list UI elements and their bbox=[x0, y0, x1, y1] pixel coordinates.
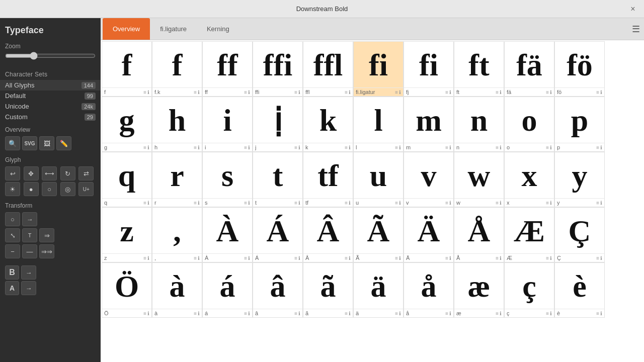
glyph-info-icon-18[interactable]: ℹ bbox=[550, 145, 552, 150]
glyph-info-icon-29[interactable]: ℹ bbox=[600, 200, 602, 206]
glyph-list-icon-44[interactable]: ≡ bbox=[345, 311, 348, 316]
glyph-list-icon-11[interactable]: ≡ bbox=[194, 145, 197, 150]
glyph-cell-4[interactable]: fflffl≡ℹ bbox=[303, 41, 353, 97]
glyph-cell-30[interactable]: zz≡ℹ bbox=[102, 207, 152, 262]
glyph-cell-29[interactable]: yy≡ℹ bbox=[554, 152, 605, 207]
glyph-info-icon-34[interactable]: ℹ bbox=[349, 255, 351, 261]
glyph-cell-21[interactable]: rr≡ℹ bbox=[152, 152, 202, 207]
glyph-info-icon-36[interactable]: ℹ bbox=[449, 255, 451, 261]
glyph-info-icon-46[interactable]: ℹ bbox=[449, 311, 451, 316]
glyph-list-icon-10[interactable]: ≡ bbox=[143, 145, 146, 150]
glyph-list-icon-41[interactable]: ≡ bbox=[194, 311, 197, 316]
glyph-cell-32[interactable]: ÀÀ≡ℹ bbox=[202, 207, 253, 262]
circle-small-btn[interactable]: ○ bbox=[5, 212, 20, 226]
glyph-cell-45[interactable]: ää≡ℹ bbox=[353, 262, 404, 318]
glyph-list-icon-13[interactable]: ≡ bbox=[294, 145, 297, 150]
glyph-info-icon-41[interactable]: ℹ bbox=[198, 311, 200, 316]
char-set-item-custom[interactable]: Custom29 bbox=[0, 112, 101, 122]
glyph-info-icon-27[interactable]: ℹ bbox=[500, 200, 502, 206]
glyph-info-icon-26[interactable]: ℹ bbox=[449, 200, 451, 206]
glyph-list-icon-31[interactable]: ≡ bbox=[194, 255, 197, 261]
connect-icon-btn[interactable]: ⟷ bbox=[42, 166, 57, 180]
glyph-list-icon-0[interactable]: ≡ bbox=[143, 89, 146, 95]
glyph-info-icon-3[interactable]: ℹ bbox=[298, 89, 300, 95]
dash-btn[interactable]: — bbox=[22, 244, 37, 258]
glyph-cell-5[interactable]: fifi.ligatur≡ℹ bbox=[353, 41, 404, 97]
glyph-list-icon-20[interactable]: ≡ bbox=[143, 200, 146, 206]
glyph-cell-11[interactable]: hh≡ℹ bbox=[152, 97, 202, 152]
arrow-right-btn[interactable]: → bbox=[22, 212, 37, 226]
glyph-list-icon-37[interactable]: ≡ bbox=[496, 255, 499, 261]
glyph-info-icon-28[interactable]: ℹ bbox=[550, 200, 552, 206]
glyph-list-icon-19[interactable]: ≡ bbox=[596, 145, 599, 150]
glyph-cell-28[interactable]: xx≡ℹ bbox=[504, 152, 554, 207]
glyph-list-icon-49[interactable]: ≡ bbox=[596, 311, 599, 316]
arrows-btn[interactable]: ⇒ bbox=[39, 228, 54, 242]
glyph-list-icon-38[interactable]: ≡ bbox=[546, 255, 549, 261]
glyph-list-icon-30[interactable]: ≡ bbox=[143, 255, 146, 261]
type-btn[interactable]: A bbox=[5, 281, 19, 295]
tab-kerning[interactable]: Kerning bbox=[197, 18, 239, 40]
glyph-info-icon-38[interactable]: ℹ bbox=[550, 255, 552, 261]
glyph-cell-12[interactable]: ii≡ℹ bbox=[202, 97, 253, 152]
glyph-list-icon-7[interactable]: ≡ bbox=[496, 89, 499, 95]
glyph-cell-43[interactable]: ââ≡ℹ bbox=[253, 262, 303, 318]
glyph-info-icon-20[interactable]: ℹ bbox=[147, 200, 149, 206]
glyph-info-icon-24[interactable]: ℹ bbox=[349, 200, 351, 206]
glyph-cell-38[interactable]: ÆÆ≡ℹ bbox=[504, 207, 554, 262]
glyph-list-icon-16[interactable]: ≡ bbox=[445, 145, 448, 150]
glyph-list-icon-46[interactable]: ≡ bbox=[445, 311, 448, 316]
glyph-cell-13[interactable]: ịj≡ℹ bbox=[253, 97, 303, 152]
glyph-info-icon-4[interactable]: ℹ bbox=[349, 89, 351, 95]
glyph-cell-25[interactable]: uu≡ℹ bbox=[353, 152, 404, 207]
glyph-info-icon-43[interactable]: ℹ bbox=[298, 311, 300, 316]
search-icon-btn[interactable]: 🔍 bbox=[5, 136, 20, 150]
char-set-item-unicode[interactable]: Unicode24k bbox=[0, 101, 101, 112]
glyph-info-icon-37[interactable]: ℹ bbox=[500, 255, 502, 261]
glyph-info-icon-10[interactable]: ℹ bbox=[147, 145, 149, 150]
tabs-menu-icon[interactable]: ☰ bbox=[632, 24, 640, 35]
glyph-cell-34[interactable]: ÂÂ≡ℹ bbox=[303, 207, 353, 262]
glyph-cell-6[interactable]: fifj≡ℹ bbox=[404, 41, 454, 97]
glyph-list-icon-9[interactable]: ≡ bbox=[596, 89, 599, 95]
glyph-cell-40[interactable]: ÖÖ≡ℹ bbox=[102, 262, 152, 318]
glyph-cell-10[interactable]: gg≡ℹ bbox=[102, 97, 152, 152]
glyph-cell-26[interactable]: vv≡ℹ bbox=[404, 152, 454, 207]
circle-dot-btn[interactable]: ◎ bbox=[60, 182, 75, 196]
glyph-info-icon-21[interactable]: ℹ bbox=[198, 200, 200, 206]
glyph-cell-17[interactable]: nn≡ℹ bbox=[454, 97, 504, 152]
glyph-list-icon-2[interactable]: ≡ bbox=[244, 89, 247, 95]
unicode-btn[interactable]: U+ bbox=[78, 182, 94, 196]
glyph-info-icon-9[interactable]: ℹ bbox=[600, 89, 602, 95]
glyph-info-icon-40[interactable]: ℹ bbox=[147, 311, 149, 316]
glyph-list-icon-6[interactable]: ≡ bbox=[445, 89, 448, 95]
glyph-cell-31[interactable]: ,,≡ℹ bbox=[152, 207, 202, 262]
glyph-list-icon-3[interactable]: ≡ bbox=[294, 89, 297, 95]
glyph-info-icon-35[interactable]: ℹ bbox=[399, 255, 401, 261]
glyph-cell-7[interactable]: ftft≡ℹ bbox=[454, 41, 504, 97]
glyph-info-icon-44[interactable]: ℹ bbox=[349, 311, 351, 316]
glyph-info-icon-11[interactable]: ℹ bbox=[198, 145, 200, 150]
glyph-info-icon-23[interactable]: ℹ bbox=[298, 200, 300, 206]
glyph-cell-19[interactable]: pp≡ℹ bbox=[554, 97, 605, 152]
glyph-info-icon-33[interactable]: ℹ bbox=[298, 255, 300, 261]
glyph-info-icon-45[interactable]: ℹ bbox=[399, 311, 401, 316]
zoom-slider[interactable] bbox=[5, 52, 96, 60]
glyph-list-icon-45[interactable]: ≡ bbox=[395, 311, 398, 316]
glyph-list-icon-27[interactable]: ≡ bbox=[496, 200, 499, 206]
glyph-list-icon-32[interactable]: ≡ bbox=[244, 255, 247, 261]
glyph-info-icon-48[interactable]: ℹ bbox=[550, 311, 552, 316]
glyph-cell-48[interactable]: çç≡ℹ bbox=[504, 262, 554, 318]
glyph-cell-41[interactable]: àà≡ℹ bbox=[152, 262, 202, 318]
glyph-cell-39[interactable]: ÇÇ≡ℹ bbox=[554, 207, 605, 262]
glyph-list-icon-18[interactable]: ≡ bbox=[546, 145, 549, 150]
svg-icon-btn[interactable]: SVG bbox=[22, 136, 37, 150]
glyph-info-icon-15[interactable]: ℹ bbox=[399, 145, 401, 150]
glyph-info-icon-16[interactable]: ℹ bbox=[449, 145, 451, 150]
glyph-list-icon-8[interactable]: ≡ bbox=[546, 89, 549, 95]
glyph-cell-18[interactable]: oo≡ℹ bbox=[504, 97, 554, 152]
circle-btn[interactable]: ○ bbox=[42, 182, 57, 196]
glyph-list-icon-17[interactable]: ≡ bbox=[496, 145, 499, 150]
glyph-cell-35[interactable]: ÃÃ≡ℹ bbox=[353, 207, 404, 262]
glyph-cell-36[interactable]: ÄÄ≡ℹ bbox=[404, 207, 454, 262]
